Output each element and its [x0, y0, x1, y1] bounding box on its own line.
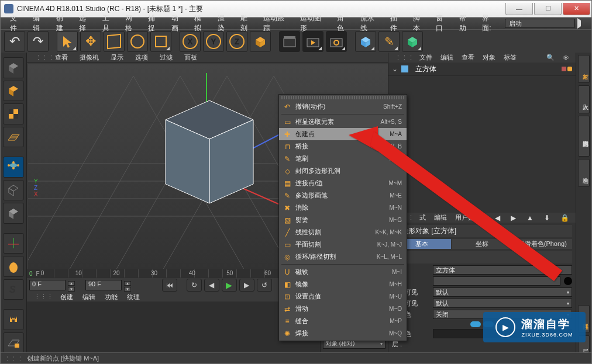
- viewport-solo-button[interactable]: [3, 256, 24, 277]
- om-eye-icon[interactable]: 👁: [559, 54, 573, 62]
- redo-button[interactable]: [27, 31, 49, 52]
- vp-menu-view[interactable]: 查看: [49, 53, 74, 63]
- x-axis-button[interactable]: X: [180, 31, 201, 52]
- om-tags[interactable]: 标签: [500, 53, 521, 63]
- enable-axis-button[interactable]: [3, 233, 24, 254]
- am-edit[interactable]: 编辑: [430, 213, 451, 223]
- ctx-item-9[interactable]: ▧熨烫M~G: [279, 214, 407, 226]
- move-button[interactable]: [80, 31, 101, 52]
- ctx-item-8[interactable]: ✖消除M~N: [279, 202, 407, 214]
- ctx-item-15[interactable]: ⊡设置点值M~U: [279, 290, 407, 303]
- rail-takes[interactable]: 坎入: [578, 85, 590, 113]
- am-up-icon[interactable]: ▲: [522, 213, 538, 223]
- ctx-item-2[interactable]: ✚创建点M~A: [279, 128, 407, 140]
- am-userdata[interactable]: 用户数据: [451, 213, 485, 223]
- make-editable-button[interactable]: [3, 57, 24, 78]
- rail-structure[interactable]: 构造: [578, 159, 590, 187]
- next-key-button[interactable]: ↺: [257, 279, 272, 292]
- om-search-icon[interactable]: 🔍: [542, 53, 559, 62]
- add-generator-button[interactable]: [402, 31, 423, 52]
- mtab-func[interactable]: 功能: [100, 292, 122, 302]
- end-frame[interactable]: 90 F: [85, 280, 122, 290]
- prop-editor-vis[interactable]: 默认: [433, 287, 572, 297]
- start-stepper[interactable]: ▲▼: [68, 280, 75, 290]
- tab-coord[interactable]: 坐标: [452, 239, 511, 249]
- mtab-tex[interactable]: 纹理: [122, 292, 144, 302]
- object-name[interactable]: 立方体: [412, 64, 440, 74]
- play-button[interactable]: ▶: [222, 279, 237, 292]
- ctx-item-11[interactable]: ▭平面切割K~J, M~J: [279, 238, 407, 251]
- am-fwd-icon[interactable]: ▶: [507, 213, 520, 223]
- ctx-item-6[interactable]: ▤连接点/边M~M: [279, 177, 407, 189]
- prop-name[interactable]: 立方体: [433, 265, 572, 275]
- phong-tag-icon[interactable]: [567, 67, 572, 71]
- vp-menu-display[interactable]: 显示: [105, 53, 129, 63]
- ctx-item-16[interactable]: ⇄滑动M~O: [279, 303, 407, 315]
- workplane-button[interactable]: [3, 127, 24, 148]
- ctx-item-4[interactable]: ✎笔刷M~C: [279, 152, 407, 165]
- om-object[interactable]: 对象: [479, 53, 500, 63]
- am-lock-icon[interactable]: 🔒: [556, 213, 573, 223]
- object-row-cube[interactable]: ⌄ 立方体: [388, 63, 576, 76]
- workplane-snap-button[interactable]: [3, 309, 24, 330]
- prop-render-vis[interactable]: 默认: [433, 299, 572, 308]
- next-frame-button[interactable]: ▶: [239, 279, 254, 292]
- last-tool-button[interactable]: [150, 31, 171, 52]
- vp-menu-camera[interactable]: 摄像机: [74, 53, 105, 63]
- grip-icon[interactable]: ⋮⋮⋮: [29, 53, 49, 62]
- prop-layer[interactable]: [433, 276, 560, 286]
- om-edit[interactable]: 编辑: [436, 53, 457, 63]
- ctx-item-17[interactable]: ≡缝合M~P: [279, 315, 407, 327]
- visibility-dot-icon[interactable]: [562, 67, 566, 71]
- ctx-item-7[interactable]: ✎多边形画笔M~E: [279, 189, 407, 202]
- am-mode[interactable]: 式: [415, 213, 430, 223]
- vp-menu-panel[interactable]: 面板: [178, 53, 203, 63]
- snap-button[interactable]: S: [3, 279, 24, 300]
- render-pv-button[interactable]: [302, 31, 323, 52]
- render-view-button[interactable]: [279, 31, 300, 52]
- start-frame[interactable]: 0 F: [29, 280, 66, 290]
- ctx-item-3[interactable]: ⊓桥接M~B, B: [279, 140, 407, 152]
- goto-start-button[interactable]: ⏮: [162, 279, 177, 292]
- rotate-button[interactable]: [127, 31, 148, 52]
- layout-expand-icon[interactable]: [577, 18, 587, 29]
- edges-mode-button[interactable]: [3, 180, 24, 201]
- vp-menu-options[interactable]: 选项: [129, 53, 154, 63]
- om-file[interactable]: 文件: [415, 53, 436, 63]
- toggle-1[interactable]: [470, 321, 481, 327]
- polygons-mode-button[interactable]: [3, 203, 24, 224]
- ctx-item-14[interactable]: ◧镜像M~H: [279, 278, 407, 290]
- tree-toggle-icon[interactable]: ⌄: [392, 65, 398, 73]
- ctx-item-18[interactable]: ✺焊接M~Q: [279, 327, 407, 339]
- coord-system-button[interactable]: [250, 31, 271, 52]
- prev-frame-button[interactable]: ◀: [204, 279, 219, 292]
- prev-key-button[interactable]: ↻: [187, 279, 202, 292]
- ctx-item-1[interactable]: ▭框显选取元素Alt+S, S: [279, 116, 407, 128]
- tab-phong[interactable]: 平滑着色(Phong): [513, 239, 572, 249]
- rail-content[interactable]: 内容浏览器: [578, 116, 590, 157]
- ctx-item-13[interactable]: U磁铁M~I: [279, 266, 407, 278]
- mtab-create[interactable]: 创建: [56, 292, 78, 302]
- am-back-icon[interactable]: ◀: [491, 213, 504, 223]
- menu-grip[interactable]: [281, 96, 404, 99]
- menu-window[interactable]: 窗口: [431, 12, 454, 34]
- ctx-item-12[interactable]: ◎循环/路径切割K~L, M~L: [279, 251, 407, 263]
- ctx-item-5[interactable]: ◇封闭多边形孔洞: [279, 165, 407, 177]
- am-new-icon[interactable]: ⬇: [540, 213, 554, 223]
- menu-help[interactable]: 帮助: [455, 12, 477, 34]
- locked-workplane-button[interactable]: [3, 332, 24, 353]
- z-axis-button[interactable]: Z: [226, 31, 247, 52]
- vp-menu-filter[interactable]: 过滤: [154, 53, 178, 63]
- undo-button[interactable]: [4, 31, 25, 52]
- layer-picker-icon[interactable]: [564, 277, 572, 285]
- add-cube-button[interactable]: [355, 31, 376, 52]
- live-select-button[interactable]: [57, 31, 78, 52]
- ctx-item-0[interactable]: ↶撤销(动作)Shift+Z: [279, 100, 407, 113]
- ctx-item-10[interactable]: ╱线性切割K~K, M~K: [279, 226, 407, 238]
- points-mode-button[interactable]: [3, 157, 24, 178]
- rail-objects[interactable]: 对象: [578, 55, 590, 83]
- mtab-edit[interactable]: 编辑: [78, 292, 100, 302]
- end-stepper[interactable]: ▲▼: [124, 280, 131, 290]
- om-view[interactable]: 查看: [457, 53, 479, 63]
- texture-mode-button[interactable]: [3, 103, 24, 124]
